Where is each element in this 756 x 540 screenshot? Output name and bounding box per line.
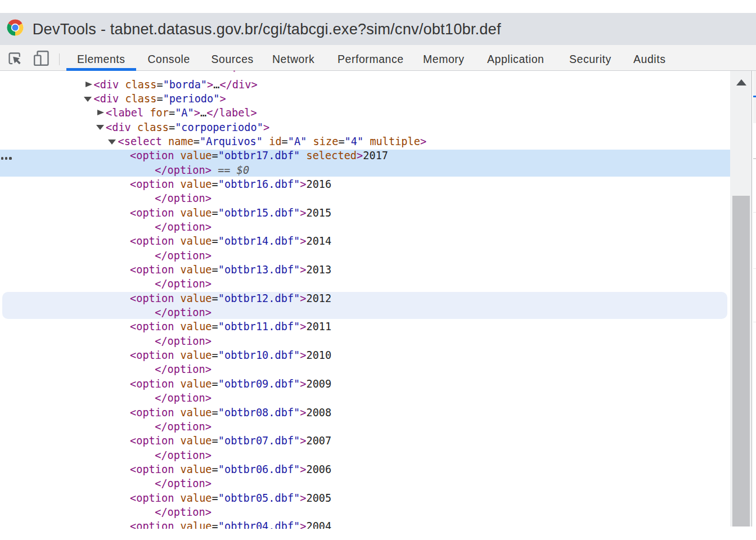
tree-row[interactable]: <option value="obtbr13.dbf">2013: [0, 263, 730, 277]
tree-row[interactable]: <option value="obtbr08.dbf">2008: [0, 406, 730, 420]
tab-security[interactable]: Security: [569, 48, 611, 70]
tree-row[interactable]: <option value="obtbr05.dbf">2005: [0, 491, 730, 505]
plain-text: 2015: [306, 207, 331, 219]
window-titlebar[interactable]: DevTools - tabnet.datasus.gov.br/cgi/tab…: [0, 13, 756, 45]
tag-text: </option>: [155, 363, 212, 375]
tree-row[interactable]: </option>: [0, 334, 730, 348]
tree-row[interactable]: <label for="A">…</label>: [0, 106, 730, 120]
tree-row[interactable]: <option value="obtbr15.dbf">2015: [0, 206, 730, 220]
tag-text: </label>: [206, 107, 257, 119]
attr-value-text: "obtbr11.dbf": [218, 321, 300, 332]
tab-sources[interactable]: Sources: [212, 48, 254, 70]
styles-section-separator: [753, 322, 756, 322]
tab-elements[interactable]: Elements: [77, 48, 125, 70]
scrollbar-thumb[interactable]: [732, 196, 750, 526]
tab-memory[interactable]: Memory: [423, 48, 465, 70]
tab-network[interactable]: Network: [272, 48, 314, 70]
tree-row[interactable]: <option value="obtbr04.dbf">2004: [0, 519, 730, 529]
tree-row[interactable]: </option> == $0: [0, 163, 730, 177]
attr-name-text: value: [181, 378, 212, 390]
tree-row[interactable]: </option>: [0, 220, 730, 234]
tree-row[interactable]: <div class="corpoperiodo">: [0, 120, 730, 134]
styles-sidebar-sliver[interactable]: [752, 71, 756, 526]
tree-row[interactable]: </option>: [0, 249, 730, 263]
tree-row[interactable]: </option>: [0, 277, 730, 291]
tree-row[interactable]: </option>: [0, 305, 730, 320]
tree-row[interactable]: </option>: [0, 448, 730, 462]
scroll-up-icon[interactable]: [736, 79, 746, 86]
tree-row[interactable]: </option>: [0, 505, 730, 519]
tag-text: <div: [106, 122, 137, 133]
tree-row[interactable]: <option value="obtbr11.dbf">2011: [0, 320, 730, 334]
expanded-arrow-icon[interactable]: [108, 140, 116, 145]
tree-row[interactable]: <option value="obtbr16.dbf">2016: [0, 177, 730, 191]
tag-text: >: [207, 79, 213, 91]
tag-text: </option>: [155, 335, 212, 347]
tree-row[interactable]: </option>: [0, 391, 730, 405]
tab-application[interactable]: Application: [487, 48, 544, 70]
tag-text: >: [300, 321, 306, 332]
tag-text: >: [300, 178, 306, 190]
device-toolbar-icon[interactable]: [33, 50, 50, 66]
inspect-element-icon[interactable]: [8, 52, 22, 66]
tag-text: </option>: [155, 192, 212, 204]
attr-value-text: "Arquivos": [200, 136, 263, 147]
attr-value-text: "A": [288, 136, 307, 147]
attr-name-text: value: [181, 435, 212, 447]
styles-section-separator: [753, 212, 756, 213]
chrome-logo-icon: [7, 19, 24, 36]
attr-name-text: name: [168, 136, 194, 147]
tab-performance[interactable]: Performance: [338, 48, 404, 70]
attr-name-text: value: [181, 464, 212, 475]
dot: [9, 157, 11, 160]
tree-row[interactable]: <option value="obtbr14.dbf">2014: [0, 234, 730, 248]
vertical-scrollbar[interactable]: [730, 71, 752, 526]
expanded-arrow-icon[interactable]: [96, 125, 104, 130]
plain-text: …: [213, 79, 219, 91]
tag-text: </option>: [155, 164, 212, 176]
plain-text: =: [169, 122, 175, 133]
tab-audits[interactable]: Audits: [633, 48, 666, 70]
tag-text: </option>: [155, 449, 212, 461]
tree-row[interactable]: <option value="obtbr12.dbf">2012: [0, 291, 730, 305]
tree-row[interactable]: <div class="periodo">: [0, 92, 730, 106]
tag-text: <option: [130, 349, 181, 361]
attr-name-text: value: [181, 264, 212, 276]
attr-value-text: "obtbr07.dbf": [218, 435, 300, 447]
tree-row[interactable]: <div class="borda">…</div>: [0, 78, 730, 92]
window-title: DevTools - tabnet.datasus.gov.br/cgi/tab…: [33, 20, 501, 38]
tab-console[interactable]: Console: [148, 48, 190, 70]
tree-row[interactable]: <option value="obtbr09.dbf">2009: [0, 377, 730, 391]
plain-text: =: [212, 235, 218, 247]
tree-row[interactable]: </option>: [0, 362, 730, 376]
tag-text: </option>: [155, 250, 212, 262]
tree-row[interactable]: <option value="obtbr17.dbf" selected>201…: [0, 148, 730, 163]
attr-value-text: "obtbr12.dbf": [218, 292, 300, 304]
plain-text: =: [212, 207, 218, 219]
attr-name-text: value: [181, 407, 212, 418]
tag-text: </option>: [155, 506, 212, 518]
attr-name-text: size: [313, 136, 339, 147]
plain-text: =: [212, 378, 218, 390]
tree-row[interactable]: <option value="obtbr10.dbf">2010: [0, 348, 730, 362]
plain-text: =: [212, 292, 218, 304]
attr-name-text: value: [181, 349, 212, 361]
tree-row[interactable]: <option value="obtbr06.dbf">2006: [0, 462, 730, 476]
dot: [1, 157, 3, 160]
plain-text: 2006: [306, 464, 331, 475]
collapsed-arrow-icon[interactable]: [86, 82, 92, 87]
tree-row[interactable]: </option>: [0, 420, 730, 434]
plain-text: 2008: [306, 407, 331, 418]
tree-row[interactable]: <select name="Arquivos" id="A" size="4" …: [0, 134, 730, 148]
plain-text: [307, 136, 313, 147]
tree-row[interactable]: <option value="obtbr07.dbf">2007: [0, 434, 730, 448]
row-actions-dots-icon[interactable]: [1, 157, 14, 160]
plain-text: …: [200, 107, 206, 119]
tree-row[interactable]: </option>: [0, 476, 730, 490]
expanded-arrow-icon[interactable]: [84, 97, 92, 102]
tree-row[interactable]: </option>: [0, 191, 730, 205]
chrome-logo-blue-center: [12, 24, 18, 30]
collapsed-arrow-icon[interactable]: [97, 110, 104, 115]
attr-value-text: "obtbr15.dbf": [218, 207, 300, 219]
plain-text: 2013: [306, 264, 331, 276]
